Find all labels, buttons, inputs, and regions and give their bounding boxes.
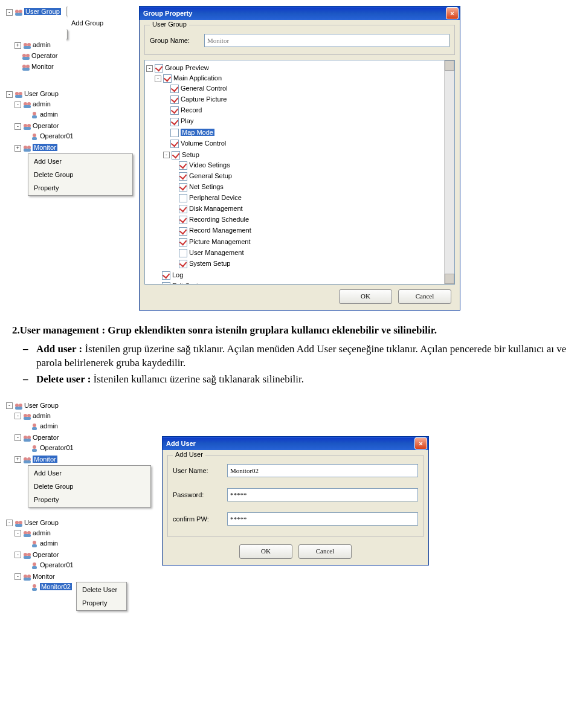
confirm-pw-input[interactable] <box>227 512 418 526</box>
menu-item[interactable]: Property <box>29 181 132 195</box>
tree-item[interactable]: admin <box>40 111 58 118</box>
group-name-input[interactable] <box>204 34 450 47</box>
perm-node[interactable]: General Setup <box>189 172 232 179</box>
body-text: 2.User management : Grup eklendikten son… <box>12 324 568 387</box>
scrollbar[interactable] <box>444 60 454 284</box>
term: Add user : <box>36 343 82 355</box>
perm-node[interactable]: General Control <box>181 85 228 92</box>
menu-item[interactable]: Delete User <box>77 583 126 596</box>
perm-node[interactable]: Video Setings <box>189 161 230 169</box>
tree-item[interactable]: Operator01 <box>40 132 74 140</box>
perm-node[interactable]: Main Application <box>173 74 222 82</box>
groupbox-legend: User Group <box>150 21 189 28</box>
groupbox-legend: Add User <box>173 451 205 458</box>
perm-node[interactable]: Log <box>172 271 183 279</box>
menu-item[interactable]: Property <box>77 596 126 610</box>
titlebar[interactable]: Add User × <box>163 437 428 450</box>
dialog-add-user: Add User × Add User User Name: Password:… <box>162 436 429 565</box>
context-menu-addgroup[interactable]: Add Group <box>66 7 112 39</box>
perm-node[interactable]: Record <box>181 106 202 114</box>
tree-item[interactable]: Operator <box>33 434 59 441</box>
tree-root-label[interactable]: User Group <box>24 402 59 409</box>
dialog-title: Add User <box>166 440 196 447</box>
tree-item[interactable]: admin <box>33 41 51 48</box>
password-input[interactable] <box>227 488 418 501</box>
desc: İstenilen grup üzerine sağ tıklanır. Açı… <box>36 343 566 369</box>
tree-item[interactable]: admin <box>33 100 51 108</box>
tree-item[interactable]: admin <box>33 529 51 536</box>
term: Delete user : <box>36 373 91 385</box>
context-menu-group[interactable]: Add User Delete Group Property <box>28 153 133 196</box>
dialog-group-property: Group Property × User Group Group Name: … <box>139 6 460 311</box>
context-menu-user[interactable]: Delete User Property <box>76 582 127 611</box>
tree-usergroup-3[interactable]: -User Group -admin admin -Operator Opera… <box>6 400 151 509</box>
perm-node[interactable]: Volume Control <box>181 140 226 147</box>
context-menu-group[interactable]: Add User Delete Group Property <box>28 465 151 507</box>
perm-node[interactable]: Group Preview <box>165 64 209 71</box>
menu-item[interactable]: Property <box>29 493 150 506</box>
perm-node[interactable]: Picture Management <box>189 238 251 245</box>
tree-root-label[interactable]: User Group <box>24 90 59 97</box>
tree-item[interactable]: Monitor02 <box>40 583 72 590</box>
tree-item[interactable]: Monitor <box>33 144 57 151</box>
tree-root-label[interactable]: User Group <box>24 8 61 15</box>
menu-item[interactable]: Delete Group <box>29 480 150 493</box>
tree-item[interactable]: Monitor <box>33 456 57 463</box>
cancel-button[interactable]: Cancel <box>298 544 352 559</box>
confirm-pw-label: confirm PW: <box>173 515 227 523</box>
tree-item[interactable]: Operator <box>31 52 57 59</box>
perm-node[interactable]: Setup <box>182 151 199 158</box>
tree-item[interactable]: Monitor <box>33 573 55 580</box>
tree-item[interactable]: admin <box>40 422 58 430</box>
titlebar[interactable]: Group Property × <box>140 7 460 20</box>
tree-item[interactable]: Operator <box>33 551 59 558</box>
close-icon[interactable]: × <box>446 7 459 19</box>
permissions-tree[interactable]: -Group Preview -Main Application General… <box>145 60 444 284</box>
close-icon[interactable]: × <box>414 437 427 449</box>
perm-node[interactable]: User Management <box>189 249 244 256</box>
tree-item[interactable]: Operator <box>33 122 59 129</box>
username-label: User Name: <box>173 467 227 474</box>
perm-node[interactable]: System Setup <box>189 260 230 267</box>
perm-node[interactable]: Record Management <box>189 227 251 234</box>
tree-item[interactable]: Monitor <box>31 63 54 70</box>
ok-button[interactable]: OK <box>239 544 292 559</box>
perm-node[interactable]: Play <box>181 117 193 124</box>
tree-item[interactable]: admin <box>33 412 51 419</box>
tree-usergroup-1[interactable]: -User Group Add Group +admin Operator Mo… <box>6 6 133 72</box>
desc: İstenilen kullanıcı üzerine sağ tıklanar… <box>91 373 304 385</box>
tree-usergroup-2[interactable]: -User Group -admin admin -Operator Opera… <box>6 88 133 197</box>
menu-item[interactable]: Add User <box>29 155 132 168</box>
cancel-button[interactable]: Cancel <box>398 289 451 304</box>
dialog-title: Group Property <box>143 10 192 17</box>
tree-usergroup-4[interactable]: -User Group -admin admin -Operator Opera… <box>6 517 151 613</box>
tree-item[interactable]: Operator01 <box>40 444 74 451</box>
perm-node[interactable]: Disk Management <box>189 205 243 212</box>
ok-button[interactable]: OK <box>339 289 392 304</box>
username-input[interactable] <box>227 464 418 477</box>
perm-node[interactable]: Recording Schedule <box>189 216 249 223</box>
perm-node[interactable]: Exit System <box>172 282 207 284</box>
perm-node[interactable]: Net Setings <box>189 183 224 190</box>
menu-item[interactable]: Add User <box>29 466 150 480</box>
heading: 2.User management : Grup eklendikten son… <box>12 324 568 338</box>
permissions-panel: -Group Preview -Main Application General… <box>144 60 455 285</box>
tree-root-label[interactable]: User Group <box>24 519 59 526</box>
menu-item[interactable]: Add Group <box>66 16 112 30</box>
password-label: Password: <box>173 491 227 498</box>
perm-node[interactable]: Capture Picture <box>181 95 227 103</box>
menu-item[interactable]: Delete Group <box>29 168 132 181</box>
perm-node[interactable]: Map Mode <box>181 129 214 136</box>
tree-item[interactable]: admin <box>40 540 58 547</box>
perm-node[interactable]: Peripheral Device <box>189 194 242 201</box>
group-name-label: Group Name: <box>150 37 204 44</box>
tree-item[interactable]: Operator01 <box>40 561 74 569</box>
